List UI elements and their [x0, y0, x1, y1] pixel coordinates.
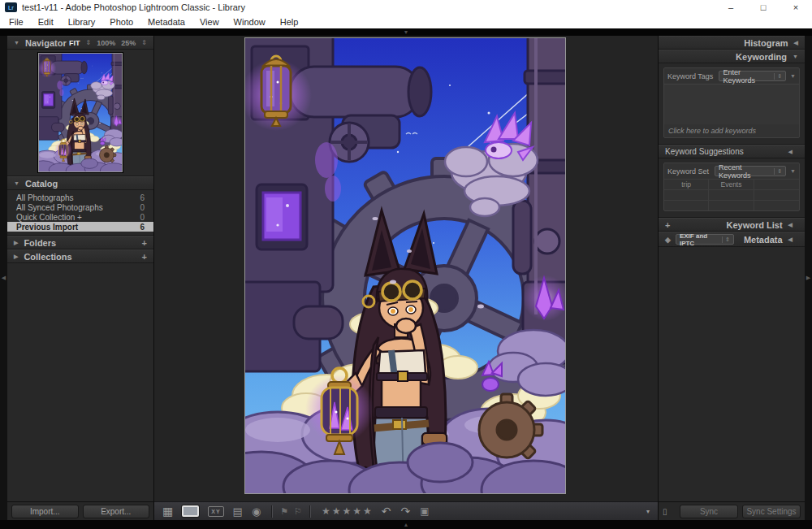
- flag-reject-icon[interactable]: ⚐: [294, 506, 302, 517]
- loupe-view-icon[interactable]: [182, 505, 199, 517]
- keywording-header[interactable]: Keywording ▼: [659, 50, 805, 63]
- catalog-item-count: 6: [140, 193, 145, 202]
- keyword-set-cell[interactable]: [709, 189, 754, 200]
- navigator-header[interactable]: ▼ Navigator FIT ⇕ 100% 25% ⇕: [7, 36, 153, 50]
- menu-file[interactable]: File: [2, 17, 31, 27]
- expanded-triangle-icon: ▼: [14, 180, 19, 186]
- people-view-icon[interactable]: ◉: [252, 506, 261, 517]
- collapsed-triangle-icon: ◀: [788, 236, 793, 242]
- window-title: test1-v11 - Adobe Photoshop Lightroom Cl…: [22, 2, 245, 12]
- expanded-triangle-icon: ▼: [14, 40, 19, 46]
- keyword-set-dropdown[interactable]: Recent Keywords ⇕: [715, 166, 786, 176]
- menu-library[interactable]: Library: [61, 17, 103, 27]
- photo-loupe[interactable]: [245, 38, 565, 493]
- right-panel: Histogram ◀ Keywording ▼ Keyword Tags En…: [658, 36, 805, 520]
- keywording-title: Keywording: [736, 52, 787, 62]
- catalog-item-count: 0: [140, 213, 145, 222]
- compare-view-icon[interactable]: XY: [208, 506, 223, 517]
- menu-edit[interactable]: Edit: [31, 17, 61, 27]
- keyword-set-cell[interactable]: trip: [664, 179, 709, 189]
- filmstrip-toggle[interactable]: ▲: [0, 520, 812, 529]
- metadata-switch-icon[interactable]: ◈: [665, 236, 671, 244]
- navigator-preview[interactable]: [7, 50, 153, 176]
- sync-button[interactable]: Sync: [680, 505, 738, 518]
- keyword-set-row: Keyword Set Recent Keywords ⇕ ▼: [664, 163, 799, 179]
- keyword-set-cell[interactable]: Events: [709, 179, 754, 189]
- menu-window[interactable]: Window: [227, 17, 273, 27]
- sync-device-icon[interactable]: ▯: [663, 507, 676, 516]
- keyword-set-cell[interactable]: [754, 189, 799, 200]
- grid-view-icon[interactable]: ▦: [162, 505, 173, 517]
- keyword-entry-area[interactable]: [664, 84, 799, 124]
- menu-help[interactable]: Help: [273, 17, 306, 27]
- export-button[interactable]: Export...: [83, 505, 150, 518]
- keyword-list-header[interactable]: + Keyword List ◀: [659, 218, 805, 232]
- right-panel-toggle[interactable]: ▶: [805, 36, 812, 520]
- keyword-set-cell[interactable]: [754, 200, 799, 210]
- left-panel-toggle[interactable]: ◀: [0, 36, 7, 520]
- chevron-right-icon: ▶: [806, 275, 810, 281]
- catalog-item-previous-import[interactable]: Previous Import 6: [7, 222, 153, 232]
- maximize-button[interactable]: □: [747, 0, 780, 15]
- keyword-set-cell[interactable]: [664, 200, 709, 210]
- rotate-right-icon[interactable]: ↷: [401, 505, 411, 518]
- keyword-suggestions-header[interactable]: Keyword Suggestions ◀: [659, 145, 805, 158]
- flag-pick-icon[interactable]: ⚑: [280, 506, 288, 517]
- catalog-item-all-photographs[interactable]: All Photographs 6: [7, 193, 153, 202]
- collections-header[interactable]: ▶ Collections +: [7, 249, 153, 263]
- import-button[interactable]: Import...: [11, 505, 79, 518]
- toolbar-options-icon[interactable]: ▾: [646, 508, 650, 515]
- metadata-preset-dropdown[interactable]: EXIF and IPTC ⇕: [676, 234, 734, 245]
- rotate-left-icon[interactable]: ↶: [382, 505, 391, 518]
- catalog-item-label: Previous Import: [16, 223, 78, 232]
- minimize-button[interactable]: –: [715, 0, 747, 15]
- keyword-tags-dropdown[interactable]: Enter Keywords ⇕: [719, 71, 786, 81]
- add-keyword-button[interactable]: +: [665, 220, 670, 230]
- histogram-title: Histogram: [744, 38, 788, 48]
- keyword-tags-box: Keyword Tags Enter Keywords ⇕ ▼ Click he…: [663, 67, 800, 138]
- title-bar: Lr test1-v11 - Adobe Photoshop Lightroom…: [0, 0, 812, 15]
- navigator-thumbnail[interactable]: [38, 53, 123, 172]
- catalog-header[interactable]: ▼ Catalog: [7, 176, 153, 190]
- zoom-stepper-icon[interactable]: ⇕: [86, 39, 92, 46]
- chevron-up-icon: ▲: [404, 522, 409, 527]
- metadata-header[interactable]: ◈ EXIF and IPTC ⇕ Metadata ◀: [659, 232, 805, 247]
- catalog-title: Catalog: [25, 179, 58, 189]
- folders-header[interactable]: ▶ Folders +: [7, 236, 153, 249]
- menu-photo[interactable]: Photo: [102, 17, 140, 27]
- zoom-stepper-icon[interactable]: ⇕: [141, 39, 147, 46]
- zoom-100-button[interactable]: 100%: [97, 39, 115, 47]
- catalog-item-quick-collection[interactable]: Quick Collection + 0: [7, 212, 153, 222]
- chevron-left-icon: ◀: [2, 275, 6, 281]
- lightroom-window: Lr test1-v11 - Adobe Photoshop Lightroom…: [0, 0, 812, 529]
- catalog-item-all-synced[interactable]: All Synced Photographs 0: [7, 202, 153, 212]
- keyword-set-cell[interactable]: [709, 200, 754, 210]
- chevron-down-icon: ▼: [404, 29, 409, 35]
- metadata-title: Metadata: [744, 235, 783, 245]
- survey-view-icon[interactable]: ▤: [233, 506, 243, 517]
- keyword-suggestions-title: Keyword Suggestions: [665, 147, 744, 156]
- histogram-header[interactable]: Histogram ◀: [659, 36, 805, 50]
- keyword-set-cell[interactable]: [754, 179, 799, 189]
- keyword-set-grid: trip Events: [664, 179, 799, 210]
- menu-metadata[interactable]: Metadata: [140, 17, 192, 27]
- keyword-set-body: Keyword Set Recent Keywords ⇕ ▼ trip Eve…: [659, 158, 805, 218]
- keyword-set-cell[interactable]: [664, 189, 709, 200]
- sync-settings-button[interactable]: Sync Settings: [742, 505, 801, 518]
- zoom-25-button[interactable]: 25%: [121, 39, 136, 47]
- dropdown-triangle-icon[interactable]: ▼: [790, 168, 796, 174]
- keyword-list-title: Keyword List: [727, 220, 783, 230]
- close-button[interactable]: ×: [780, 0, 812, 15]
- keyword-entry-placeholder[interactable]: Click here to add keywords: [664, 124, 799, 137]
- stepper-icon: ⇕: [774, 73, 782, 80]
- menu-view[interactable]: View: [192, 17, 227, 27]
- add-collection-button[interactable]: +: [142, 252, 147, 262]
- stepper-icon: ⇕: [722, 236, 730, 243]
- star-rating-control[interactable]: ★★★★★: [322, 505, 374, 517]
- dropdown-triangle-icon[interactable]: ▼: [790, 73, 796, 79]
- add-folder-button[interactable]: +: [142, 238, 147, 248]
- collapsed-triangle-icon: ▶: [14, 240, 18, 245]
- face-region-icon[interactable]: ▣: [420, 506, 429, 516]
- zoom-fit-button[interactable]: FIT: [69, 39, 80, 47]
- top-panel-toggle[interactable]: ▼: [0, 28, 812, 36]
